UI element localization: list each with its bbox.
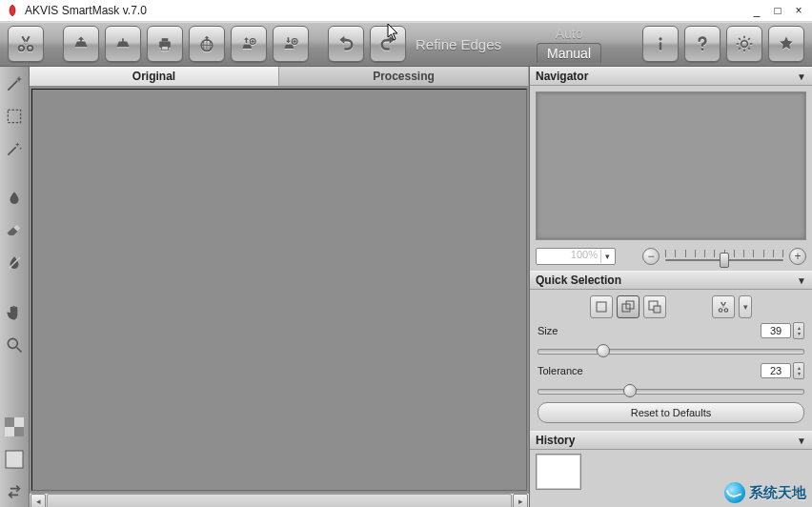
chevron-down-icon: ▾ bbox=[600, 250, 613, 263]
blur-tool[interactable] bbox=[3, 187, 26, 210]
scissors-tool-button[interactable] bbox=[8, 26, 44, 62]
zoom-input[interactable]: 100% ▾ bbox=[536, 248, 616, 265]
eraser-tool[interactable] bbox=[3, 219, 26, 242]
info-button[interactable] bbox=[642, 26, 679, 62]
quick-selection-header[interactable]: Quick Selection ▼ bbox=[530, 271, 812, 290]
history-panel bbox=[530, 450, 812, 496]
open-button[interactable] bbox=[63, 26, 99, 62]
tolerance-slider-thumb[interactable] bbox=[623, 384, 637, 397]
svg-rect-32 bbox=[654, 306, 660, 313]
selection-tool[interactable] bbox=[3, 105, 26, 128]
collapse-icon: ▼ bbox=[797, 275, 806, 286]
print-button[interactable] bbox=[147, 26, 183, 62]
chevron-down-icon: ▾ bbox=[743, 302, 748, 312]
tab-processing[interactable]: Processing bbox=[279, 67, 529, 86]
save-icon bbox=[113, 34, 132, 53]
svg-point-33 bbox=[719, 309, 722, 313]
tolerance-stepper[interactable] bbox=[793, 362, 804, 379]
help-icon bbox=[693, 34, 712, 53]
view-tabs: Original Processing bbox=[30, 67, 529, 87]
mode-auto-tab[interactable]: Auto bbox=[517, 26, 621, 43]
zoom-slider-thumb[interactable] bbox=[720, 253, 729, 268]
cut-selection-button[interactable] bbox=[712, 295, 735, 318]
eraser-icon bbox=[5, 221, 24, 240]
zoom-in-button[interactable]: + bbox=[789, 248, 806, 265]
reset-defaults-button[interactable]: Reset to Defaults bbox=[538, 402, 804, 423]
svg-rect-4 bbox=[162, 47, 169, 51]
quick-selection-tool[interactable] bbox=[3, 72, 26, 95]
undo-button[interactable] bbox=[328, 26, 364, 62]
canvas-area: Original Processing ◂ ▸ bbox=[30, 67, 529, 507]
magic-brush-tool[interactable] bbox=[3, 137, 26, 160]
rect-icon bbox=[595, 300, 608, 314]
help-button[interactable] bbox=[684, 26, 721, 62]
svg-rect-28 bbox=[597, 302, 606, 312]
size-slider-thumb[interactable] bbox=[597, 344, 610, 357]
favorite-button[interactable] bbox=[768, 26, 804, 62]
horizontal-scrollbar[interactable]: ◂ ▸ bbox=[30, 493, 529, 507]
transparency-view-button[interactable] bbox=[3, 416, 26, 438]
history-title: History bbox=[536, 434, 575, 447]
size-slider[interactable] bbox=[538, 343, 804, 356]
preset-out-icon bbox=[281, 34, 300, 53]
svg-point-11 bbox=[741, 41, 748, 48]
zoom-out-button[interactable]: − bbox=[642, 248, 660, 265]
redo-icon bbox=[378, 34, 397, 53]
refine-edges-button[interactable]: Refine Edges bbox=[416, 36, 501, 52]
sparkle-wand-icon bbox=[5, 139, 24, 158]
scroll-right-button[interactable]: ▸ bbox=[513, 494, 528, 507]
preferences-button[interactable] bbox=[726, 26, 762, 62]
svg-rect-9 bbox=[660, 42, 662, 50]
selection-new-button[interactable] bbox=[590, 295, 613, 318]
marquee-icon bbox=[5, 107, 24, 126]
tab-original[interactable]: Original bbox=[30, 67, 279, 86]
hand-tool[interactable] bbox=[3, 301, 26, 324]
background-view-button[interactable] bbox=[3, 448, 26, 471]
navigator-header[interactable]: Navigator ▼ bbox=[530, 67, 812, 86]
scroll-left-button[interactable]: ◂ bbox=[30, 494, 46, 507]
navigator-preview[interactable] bbox=[536, 91, 806, 240]
desaturate-tool[interactable] bbox=[3, 252, 26, 274]
tolerance-input[interactable]: 23 bbox=[761, 363, 791, 378]
swap-view-button[interactable] bbox=[3, 480, 26, 503]
svg-point-34 bbox=[724, 309, 728, 313]
selection-add-button[interactable] bbox=[617, 295, 639, 318]
left-toolbar bbox=[0, 67, 30, 507]
tolerance-slider[interactable] bbox=[538, 383, 804, 396]
import-presets-button[interactable] bbox=[231, 26, 267, 62]
collapse-icon: ▼ bbox=[797, 436, 806, 446]
zoom-slider[interactable] bbox=[663, 250, 785, 263]
save-button[interactable] bbox=[105, 26, 141, 62]
right-panel: Navigator ▼ 100% ▾ − + Quick Sel bbox=[529, 67, 812, 507]
wand-icon bbox=[5, 74, 24, 93]
history-thumbnail[interactable] bbox=[536, 454, 581, 490]
scroll-track[interactable] bbox=[47, 494, 512, 507]
share-button[interactable] bbox=[189, 26, 225, 62]
size-label: Size bbox=[538, 325, 558, 336]
svg-rect-25 bbox=[5, 417, 14, 427]
size-stepper[interactable] bbox=[793, 322, 804, 339]
globe-icon bbox=[197, 34, 216, 53]
history-header[interactable]: History ▼ bbox=[530, 431, 812, 450]
close-button[interactable]: × bbox=[791, 3, 806, 18]
mode-manual-tab[interactable]: Manual bbox=[537, 43, 601, 63]
svg-rect-20 bbox=[8, 110, 20, 122]
cut-selection-menu[interactable]: ▾ bbox=[739, 295, 752, 318]
svg-point-1 bbox=[28, 46, 33, 51]
maximize-button[interactable]: □ bbox=[770, 3, 785, 18]
redo-button[interactable] bbox=[370, 26, 406, 62]
collapse-icon: ▼ bbox=[797, 71, 806, 82]
navigator-panel: 100% ▾ − + bbox=[530, 86, 812, 271]
drop-icon bbox=[6, 190, 23, 207]
export-presets-button[interactable] bbox=[273, 26, 309, 62]
main-toolbar: Refine Edges Auto Manual bbox=[0, 21, 812, 67]
size-input[interactable]: 39 bbox=[761, 323, 791, 338]
swap-icon bbox=[5, 482, 24, 501]
svg-line-17 bbox=[748, 48, 750, 50]
selection-subtract-button[interactable] bbox=[643, 295, 666, 318]
minimize-button[interactable]: _ bbox=[749, 3, 764, 18]
app-title: AKVIS SmartMask v.7.0 bbox=[25, 4, 147, 17]
zoom-tool[interactable] bbox=[3, 334, 26, 356]
title-bar: AKVIS SmartMask v.7.0 _ □ × bbox=[0, 0, 812, 21]
image-canvas[interactable] bbox=[31, 89, 527, 491]
